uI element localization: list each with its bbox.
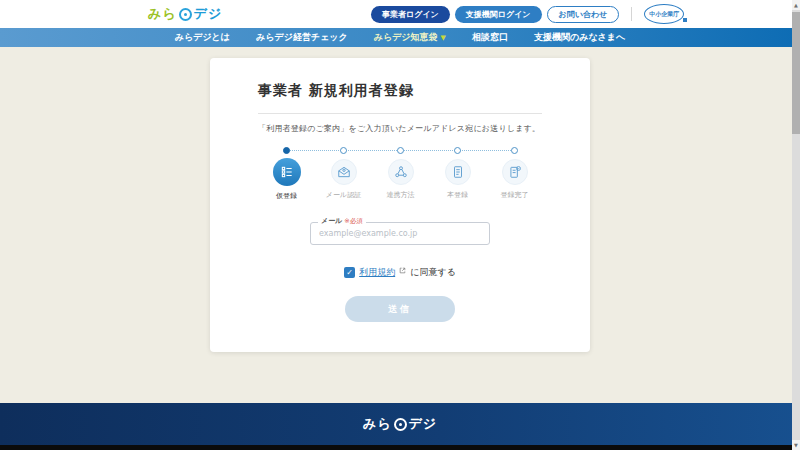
- share-icon: [388, 159, 414, 185]
- step-link-method: 連携方法: [372, 147, 429, 201]
- terms-link[interactable]: 利用規約: [359, 266, 395, 279]
- sme-agency-logo[interactable]: 中小企業庁: [644, 4, 684, 24]
- nav-item-chiebukuro-label: みらデジ知恵袋: [374, 31, 438, 44]
- scroll-up-arrow-icon[interactable]: ▲: [792, 0, 800, 10]
- registration-description: 「利用者登録のご案内」をご入力頂いたメールアドレス宛にお送りします。: [258, 123, 542, 134]
- step-dot: [340, 147, 347, 154]
- footer: みら デジ: [0, 403, 800, 445]
- email-label-text: メール: [321, 217, 342, 225]
- contact-button[interactable]: お問い合わせ: [547, 6, 620, 23]
- footer-miradigi-logo-icon: [394, 418, 407, 431]
- business-login-button[interactable]: 事業者ログイン: [371, 6, 450, 23]
- scroll-down-arrow-icon[interactable]: ▼: [792, 440, 800, 450]
- step-dot: [397, 147, 404, 154]
- terms-suffix: に同意する: [410, 266, 456, 279]
- external-link-icon: [399, 267, 406, 278]
- chevron-down-icon: ▼: [441, 34, 446, 42]
- page-title: 事業者 新規利用者登録: [258, 82, 542, 100]
- nav-item-consultation[interactable]: 相談窓口: [472, 31, 508, 44]
- miradigi-logo-icon: [179, 8, 192, 21]
- document-icon: [445, 159, 471, 185]
- step-registration-complete: 登録完了: [486, 147, 543, 201]
- header-divider: [631, 7, 632, 21]
- email-input[interactable]: [310, 222, 490, 245]
- step-dot-active: [283, 147, 290, 154]
- step-dot: [511, 147, 518, 154]
- page: みら デジ 事業者ログイン 支援機関ログイン お問い合わせ 中小企業庁 みらデジ…: [0, 0, 800, 450]
- step-label: 登録完了: [501, 190, 529, 200]
- header-actions: 事業者ログイン 支援機関ログイン お問い合わせ 中小企業庁: [371, 0, 684, 28]
- nav-item-support-orgs[interactable]: 支援機関のみなさまへ: [534, 31, 625, 44]
- miradigi-logo[interactable]: みら デジ: [148, 0, 222, 28]
- bottom-black-bar: [0, 445, 800, 450]
- required-mark: ※必須: [344, 217, 362, 225]
- step-label: メール認証: [326, 190, 361, 200]
- terms-checkbox[interactable]: ✓: [344, 267, 355, 278]
- email-field-group: メール※必須: [310, 221, 490, 245]
- support-org-login-button[interactable]: 支援機関ログイン: [455, 6, 542, 23]
- progress-steps: 仮登録 メール認証 連携方法: [258, 147, 543, 201]
- step-dot: [454, 147, 461, 154]
- title-divider: [258, 113, 542, 114]
- footer-logo-text-right: デジ: [409, 415, 438, 433]
- nav-item-chiebukuro[interactable]: みらデジ知恵袋 ▼: [374, 31, 446, 44]
- footer-logo-text-left: みら: [363, 415, 392, 433]
- nav-item-management-check[interactable]: みらデジ経営チェック: [256, 31, 348, 44]
- logo-text-right: デジ: [194, 5, 223, 23]
- logo-text-left: みら: [148, 5, 177, 23]
- step-label: 仮登録: [276, 191, 297, 201]
- footer-miradigi-logo: みら デジ: [363, 415, 437, 433]
- submit-button[interactable]: 送信: [345, 296, 455, 322]
- registration-card: 事業者 新規利用者登録 「利用者登録のご案内」をご入力頂いたメールアドレス宛にお…: [210, 58, 590, 352]
- step-label: 連携方法: [387, 190, 415, 200]
- nav-item-about[interactable]: みらデジとは: [175, 31, 230, 44]
- vertical-scrollbar[interactable]: ▲ ▼: [792, 0, 800, 450]
- step-provisional-registration: 仮登録: [258, 147, 315, 201]
- main-nav: みらデジとは みらデジ経営チェック みらデジ知恵袋 ▼ 相談窓口 支援機関のみな…: [0, 28, 800, 47]
- document-check-icon: [502, 159, 528, 185]
- list-icon: [273, 158, 301, 186]
- step-label: 本登録: [447, 190, 468, 200]
- step-full-registration: 本登録: [429, 147, 486, 201]
- step-email-verification: メール認証: [315, 147, 372, 201]
- scrollbar-thumb[interactable]: [792, 12, 800, 134]
- header: みら デジ 事業者ログイン 支援機関ログイン お問い合わせ 中小企業庁: [0, 0, 800, 28]
- mail-icon: [331, 159, 357, 185]
- terms-row: ✓ 利用規約 に同意する: [258, 266, 542, 279]
- email-field-label: メール※必須: [318, 217, 366, 225]
